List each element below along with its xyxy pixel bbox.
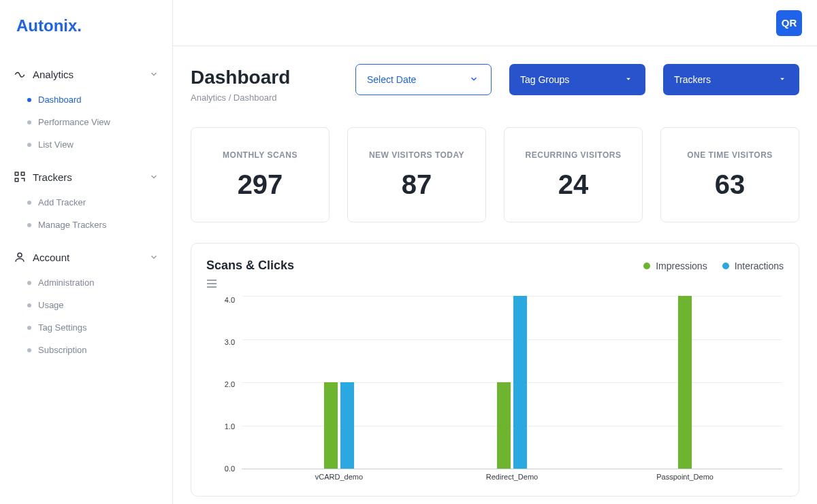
select-label: Tag Groups xyxy=(520,74,569,85)
caret-down-icon xyxy=(624,74,635,85)
grid-line xyxy=(242,469,782,469)
bullet-icon xyxy=(27,281,31,285)
sidebar: Autonix. Analytics Dashboard Performance… xyxy=(0,0,173,504)
caret-down-icon xyxy=(778,74,788,85)
sidebar-item-label: Subscription xyxy=(38,345,87,355)
chart-card-scans-clicks: Scans & Clicks Impressions Interactions … xyxy=(191,243,799,497)
stat-value: 87 xyxy=(402,169,432,200)
bar-impressions xyxy=(324,382,338,469)
brand-logo: Autonix. xyxy=(0,12,172,53)
bullet-icon xyxy=(27,143,31,147)
sidebar-item-dashboard[interactable]: Dashboard xyxy=(16,88,164,111)
select-date[interactable]: Select Date xyxy=(355,64,492,95)
nav-group-analytics[interactable]: Analytics xyxy=(8,63,164,86)
select-tag-groups[interactable]: Tag Groups xyxy=(509,64,645,95)
sidebar-item-label: Tag Settings xyxy=(38,322,87,333)
analytics-icon xyxy=(14,68,26,80)
select-trackers[interactable]: Trackers xyxy=(663,64,799,95)
stat-cards: MONTHLY SCANS 297 NEW VISITORS TODAY 87 … xyxy=(191,127,799,222)
y-axis: 4.03.02.01.00.0 xyxy=(216,292,235,469)
y-tick: 0.0 xyxy=(216,465,235,473)
stat-value: 297 xyxy=(238,169,283,200)
stat-label: RECURRING VISITORS xyxy=(526,150,622,160)
bar-interactions xyxy=(340,382,354,469)
bar-impressions xyxy=(678,296,692,469)
legend-swatch xyxy=(643,263,650,269)
sidebar-item-performance-view[interactable]: Performance View xyxy=(16,111,164,133)
chart-title: Scans & Clicks xyxy=(206,258,643,273)
stat-card-monthly-scans: MONTHLY SCANS 297 xyxy=(191,127,330,222)
chart-menu-button[interactable] xyxy=(206,280,784,288)
trackers-icon xyxy=(14,171,26,183)
stat-label: ONE TIME VISITORS xyxy=(687,150,773,160)
sidebar-item-label: Dashboard xyxy=(38,95,82,105)
bullet-icon xyxy=(27,201,31,205)
sidebar-item-subscription[interactable]: Subscription xyxy=(16,339,164,361)
hamburger-icon xyxy=(206,280,784,288)
bar-group xyxy=(496,296,528,469)
sidebar-item-label: Add Tracker xyxy=(38,197,86,207)
stat-value: 24 xyxy=(558,169,589,200)
sidebar-item-administration[interactable]: Administration xyxy=(16,271,164,294)
x-tick: Redirect_Demo xyxy=(486,473,538,481)
legend-label: Interactions xyxy=(735,261,784,271)
nav-group-label: Account xyxy=(33,252,142,263)
nav-group-label: Trackers xyxy=(33,171,142,183)
bar-group xyxy=(323,382,355,469)
sidebar-item-list-view[interactable]: List View xyxy=(16,133,164,156)
stat-value: 63 xyxy=(715,169,746,200)
bullet-icon xyxy=(27,223,31,227)
sidebar-item-manage-trackers[interactable]: Manage Trackers xyxy=(16,214,164,236)
legend-item-interactions: Interactions xyxy=(722,261,784,271)
x-tick: vCARD_demo xyxy=(315,473,363,481)
bullet-icon xyxy=(27,120,31,124)
account-icon xyxy=(14,251,26,263)
svg-point-3 xyxy=(18,253,22,257)
y-tick: 2.0 xyxy=(216,380,235,388)
stat-card-recurring-visitors: RECURRING VISITORS 24 xyxy=(504,127,643,222)
svg-rect-1 xyxy=(21,172,25,175)
chevron-down-icon xyxy=(149,172,159,182)
y-tick: 1.0 xyxy=(216,422,235,431)
legend-label: Impressions xyxy=(656,261,707,271)
stat-label: MONTHLY SCANS xyxy=(223,150,298,160)
sidebar-item-add-tracker[interactable]: Add Tracker xyxy=(16,191,164,214)
svg-rect-2 xyxy=(15,178,18,182)
y-tick: 3.0 xyxy=(216,338,235,346)
svg-rect-0 xyxy=(15,172,18,175)
topbar: QR xyxy=(173,0,817,46)
chevron-down-icon xyxy=(469,74,480,85)
legend-item-impressions: Impressions xyxy=(643,261,707,271)
x-tick: Passpoint_Demo xyxy=(656,473,714,481)
bullet-icon xyxy=(27,326,31,330)
select-label: Trackers xyxy=(674,74,711,85)
sidebar-item-label: Performance View xyxy=(38,117,110,127)
legend-swatch xyxy=(722,263,729,269)
nav-group-trackers[interactable]: Trackers xyxy=(8,165,164,188)
bullet-icon xyxy=(27,303,31,307)
x-axis: vCARD_demoRedirect_DemoPasspoint_Demo xyxy=(242,473,782,488)
nav-group-account[interactable]: Account xyxy=(8,246,164,269)
sidebar-item-label: Administration xyxy=(38,278,94,288)
stat-label: NEW VISITORS TODAY xyxy=(369,150,464,160)
sidebar-item-label: Manage Trackers xyxy=(38,220,106,230)
breadcrumb: Analytics / Dashboard xyxy=(191,93,290,103)
sidebar-item-tag-settings[interactable]: Tag Settings xyxy=(16,316,164,339)
bullet-icon xyxy=(27,348,31,352)
avatar-initials: QR xyxy=(782,17,797,29)
stat-card-one-time-visitors: ONE TIME VISITORS 63 xyxy=(660,127,799,222)
bar-interactions xyxy=(513,296,527,469)
main: QR Dashboard Analytics / Dashboard Selec… xyxy=(173,0,817,504)
sidebar-item-usage[interactable]: Usage xyxy=(16,294,164,316)
bar-impressions xyxy=(497,382,511,469)
chart-plot: 4.03.02.01.00.0 vCARD_demoRedirect_DemoP… xyxy=(216,292,784,489)
y-tick: 4.0 xyxy=(216,296,235,304)
chevron-down-icon xyxy=(149,69,159,79)
nav: Analytics Dashboard Performance View Lis… xyxy=(0,63,172,361)
bullet-icon xyxy=(27,98,31,102)
nav-group-label: Analytics xyxy=(33,69,142,80)
bar-group xyxy=(669,296,701,469)
sidebar-item-label: Usage xyxy=(38,300,64,310)
avatar[interactable]: QR xyxy=(776,10,802,36)
sidebar-item-label: List View xyxy=(38,139,74,150)
